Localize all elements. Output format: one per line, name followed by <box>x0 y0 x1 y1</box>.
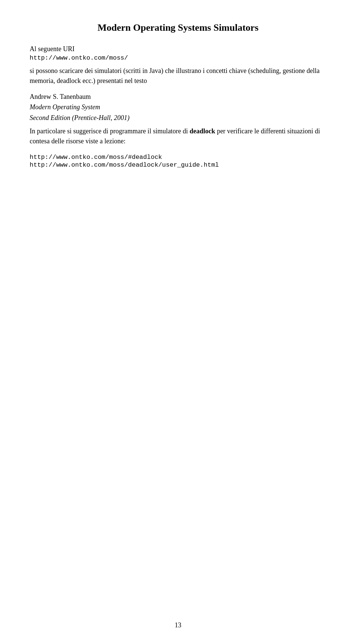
section-label: Al seguente URI <box>30 45 326 53</box>
paragraph-2: In particolare si suggerisce di programm… <box>30 126 326 146</box>
book-author: Andrew S. Tanenbaum <box>30 93 91 100</box>
paragraph-2-before: In particolare si suggerisce di programm… <box>30 127 189 135</box>
links-block: http://www.ontko.com/moss/#deadlock http… <box>30 154 326 168</box>
page-container: Modern Operating Systems Simulators Al s… <box>0 0 356 644</box>
book-title-line1: Modern Operating System <box>30 102 326 113</box>
book-title-line2: Second Edition (Prentice-Hall, 2001) <box>30 113 326 123</box>
page-title: Modern Operating Systems Simulators <box>30 22 326 33</box>
paragraph-1: si possono scaricare dei simulatori (scr… <box>30 66 326 86</box>
moss-uri: http://www.ontko.com/moss/ <box>30 54 326 61</box>
deadlock-link: http://www.ontko.com/moss/#deadlock <box>30 154 326 161</box>
book-reference: Andrew S. Tanenbaum Modern Operating Sys… <box>30 92 326 123</box>
user-guide-link: http://www.ontko.com/moss/deadlock/user_… <box>30 161 326 168</box>
page-number: 13 <box>175 621 181 629</box>
paragraph-1-text: si possono scaricare dei simulatori (scr… <box>30 67 320 84</box>
paragraph-2-bold: deadlock <box>189 127 215 135</box>
